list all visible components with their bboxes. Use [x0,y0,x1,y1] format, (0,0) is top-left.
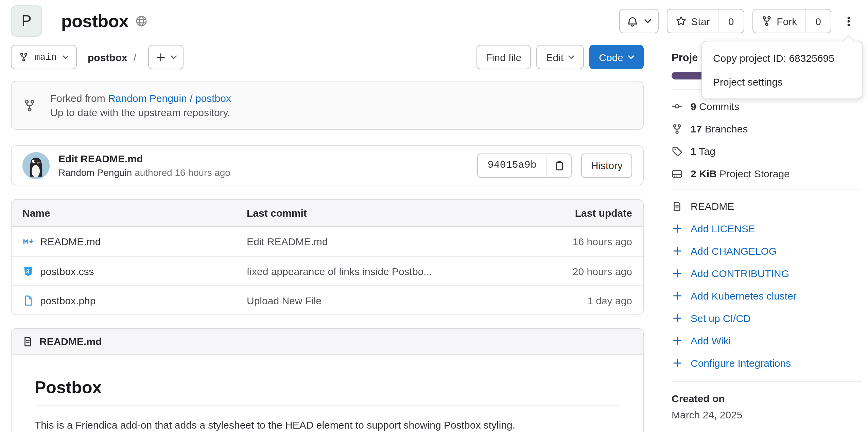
table-header-row: Name Last commit Last update [12,200,643,227]
table-row[interactable]: README.md Edit README.md 16 hours ago [12,227,643,256]
sidebar-link-label: Configure Integrations [691,357,791,369]
edit-dropdown-button[interactable]: Edit [537,45,584,69]
fork-status-text: Up to date with the upstream repository. [50,105,231,120]
add-file-dropdown[interactable] [148,45,183,69]
star-count[interactable]: 0 [718,10,744,33]
column-header-last-update: Last update [517,207,632,219]
doc-icon [672,201,682,212]
sidebar-link-add-license[interactable]: Add LICENSE [672,217,862,240]
branch-icon [672,123,682,134]
more-actions-button[interactable] [839,9,857,33]
table-row[interactable]: postbox.php Upload New File 1 day ago [12,285,643,314]
sidebar-link-configure-integrations[interactable]: Configure Integrations [672,352,862,374]
project-actions: Star 0 Fork 0 [619,9,857,33]
author-avatar[interactable] [22,152,50,179]
sidebar-link-add-kubernetes[interactable]: Add Kubernetes cluster [672,285,862,307]
file-name-link[interactable]: README.md [40,236,101,247]
readme-filename: README.md [39,336,102,347]
gitlab-project-page: P postbox [0,3,868,432]
chevron-down-icon [63,55,69,59]
file-name-link[interactable]: postbox.php [40,294,96,306]
stat-value: 2 KiB [691,168,717,179]
sidebar-stat-branches[interactable]: 17 Branches [672,118,862,140]
sidebar-link-add-wiki[interactable]: Add Wiki [672,329,862,352]
table-row[interactable]: 3 postbox.css fixed appearance of links … [12,256,643,285]
file-icon [22,294,34,306]
readme-file-header[interactable]: README.md [12,329,643,355]
plus-icon [672,336,682,346]
code-dropdown-button[interactable]: Code [589,45,644,69]
copy-sha-button[interactable] [546,154,571,177]
last-commit-bar: Edit README.md Random Penguin authored 1… [11,145,644,185]
sidebar-link-add-changelog[interactable]: Add CHANGELOG [672,240,862,262]
notifications-button[interactable] [619,9,659,33]
bell-icon [627,15,638,27]
file-last-commit-link[interactable]: fixed appearance of links inside Postbo.… [247,265,517,277]
history-label: History [591,160,623,171]
file-tree-table: Name Last commit Last update [11,199,644,315]
chevron-down-icon [170,55,176,59]
breadcrumb-project[interactable]: postbox [88,51,127,63]
fork-count[interactable]: 0 [805,10,831,33]
plus-icon [672,223,682,234]
star-button[interactable]: Star [667,10,718,33]
chevron-down-icon [568,55,574,59]
branch-selector[interactable]: main [11,45,77,69]
stat-label: Project Storage [719,168,790,179]
project-sidebar: Proje 9 Commits [672,45,862,432]
commit-message-link[interactable]: Edit README.md [58,152,230,165]
sidebar-link-label: Set up CI/CD [691,312,751,324]
stat-label: Commits [699,101,739,112]
upstream-project-link[interactable]: Random Penguin / postbox [108,92,231,104]
css-file-icon: 3 [22,265,34,277]
markdown-file-icon [22,236,34,247]
chevron-down-icon [644,19,651,23]
sidebar-link-label: Add Kubernetes cluster [691,290,797,302]
sidebar-link-add-contributing[interactable]: Add CONTRIBUTING [672,262,862,285]
code-label: Code [599,51,623,63]
menu-item-project-settings[interactable]: Project settings [702,70,862,94]
commit-sha-group: 94015a9b [478,153,572,178]
history-button[interactable]: History [581,153,632,178]
stat-label: Branches [705,123,748,134]
created-on-label: Created on [672,393,862,404]
readme-rendered-content: Postbox This is a Friendica add-on that … [12,355,643,432]
commit-icon [672,101,682,112]
file-last-update: 1 day ago [517,294,632,306]
clipboard-copy-icon [554,160,565,171]
sidebar-link-label: README [691,200,734,212]
stat-label: Tag [699,145,715,157]
sidebar-stat-storage[interactable]: 2 KiB Project Storage [672,162,862,185]
stat-value: 17 [691,123,702,134]
file-last-commit-link[interactable]: Upload New File [247,294,517,306]
sidebar-link-setup-cicd[interactable]: Set up CI/CD [672,307,862,329]
column-header-name: Name [22,207,247,219]
fork-notice: Forked from Random Penguin / postbox Up … [11,81,644,130]
find-file-label: Find file [486,51,522,63]
sidebar-link-label: Add CONTRIBUTING [691,268,789,279]
sidebar-link-label: Add LICENSE [691,223,755,234]
plus-icon [672,291,682,301]
file-name-link[interactable]: postbox.css [40,265,94,277]
doc-icon [22,336,33,347]
plus-icon [672,358,682,368]
file-last-commit-link[interactable]: Edit README.md [247,236,517,247]
repo-toolbar: main postbox / [11,45,644,69]
star-icon [676,16,687,26]
project-avatar: P [11,5,42,37]
menu-item-copy-project-id[interactable]: Copy project ID: 68325695 [702,46,862,70]
commit-authored-meta: authored 16 hours ago [135,167,230,178]
sidebar-divider [672,381,862,382]
sidebar-link-readme[interactable]: README [672,195,862,217]
created-on-date: March 24, 2025 [672,409,862,420]
stat-value: 1 [691,145,696,157]
more-actions-menu: Copy project ID: 68325695 Project settin… [701,41,863,99]
sidebar-stat-tags[interactable]: 1 Tag [672,140,862,162]
readme-heading: Postbox [35,378,620,406]
commit-sha: 94015a9b [478,154,546,177]
commit-author-link[interactable]: Random Penguin [58,167,132,178]
edit-label: Edit [546,51,564,63]
fork-button[interactable]: Fork [753,10,805,33]
find-file-button[interactable]: Find file [476,45,531,69]
repository-content: main postbox / [11,45,644,432]
